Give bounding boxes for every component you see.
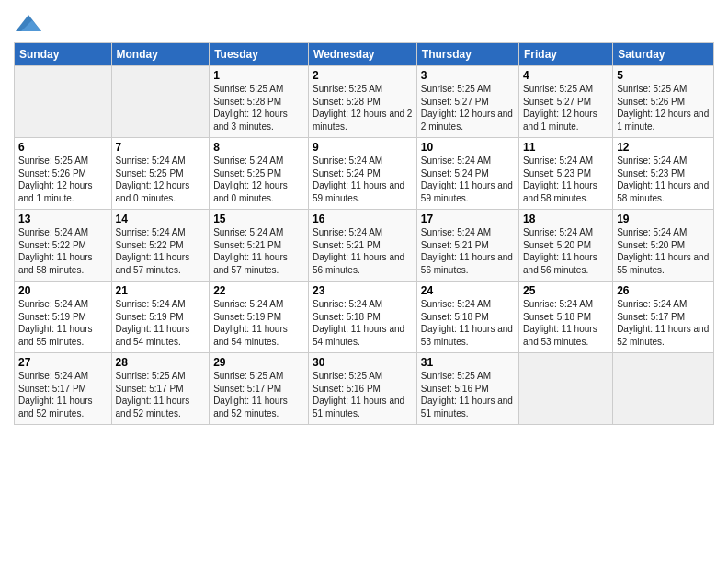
day-number: 2 [313, 69, 413, 82]
day-number: 27 [18, 356, 108, 369]
day-info: Sunrise: 5:24 AM Sunset: 5:18 PM Dayligh… [421, 298, 515, 348]
day-info: Sunrise: 5:24 AM Sunset: 5:22 PM Dayligh… [18, 226, 108, 276]
day-number: 9 [313, 141, 413, 154]
day-info: Sunrise: 5:24 AM Sunset: 5:24 PM Dayligh… [421, 155, 515, 204]
day-info: Sunrise: 5:25 AM Sunset: 5:16 PM Dayligh… [313, 370, 413, 419]
calendar-week-row: 13Sunrise: 5:24 AM Sunset: 5:22 PM Dayli… [15, 210, 714, 282]
calendar-cell: 31Sunrise: 5:25 AM Sunset: 5:16 PM Dayli… [416, 353, 518, 425]
day-info: Sunrise: 5:24 AM Sunset: 5:20 PM Dayligh… [523, 226, 609, 276]
day-info: Sunrise: 5:24 AM Sunset: 5:24 PM Dayligh… [313, 155, 413, 204]
calendar-cell: 28Sunrise: 5:25 AM Sunset: 5:17 PM Dayli… [111, 353, 210, 425]
calendar-cell: 30Sunrise: 5:25 AM Sunset: 5:16 PM Dayli… [309, 353, 417, 425]
calendar-cell: 25Sunrise: 5:24 AM Sunset: 5:18 PM Dayli… [519, 282, 613, 353]
calendar-cell: 18Sunrise: 5:24 AM Sunset: 5:20 PM Dayli… [519, 210, 613, 282]
day-number: 30 [313, 356, 413, 369]
calendar-cell: 5Sunrise: 5:25 AM Sunset: 5:26 PM Daylig… [613, 66, 714, 138]
calendar-cell: 4Sunrise: 5:25 AM Sunset: 5:27 PM Daylig… [519, 66, 613, 138]
day-number: 4 [523, 69, 609, 82]
day-number: 15 [213, 213, 304, 225]
day-info: Sunrise: 5:24 AM Sunset: 5:17 PM Dayligh… [617, 298, 710, 348]
col-header-tuesday: Tuesday [210, 43, 309, 66]
calendar-cell: 24Sunrise: 5:24 AM Sunset: 5:18 PM Dayli… [416, 282, 518, 353]
calendar-cell: 8Sunrise: 5:24 AM Sunset: 5:25 PM Daylig… [210, 138, 309, 210]
day-info: Sunrise: 5:24 AM Sunset: 5:17 PM Dayligh… [18, 370, 108, 419]
day-number: 23 [313, 284, 413, 297]
day-info: Sunrise: 5:24 AM Sunset: 5:22 PM Dayligh… [116, 226, 206, 276]
day-number: 13 [18, 213, 108, 225]
day-number: 17 [421, 213, 515, 225]
day-number: 28 [116, 356, 206, 369]
day-number: 20 [18, 284, 108, 297]
day-info: Sunrise: 5:24 AM Sunset: 5:18 PM Dayligh… [313, 298, 413, 348]
calendar-cell: 2Sunrise: 5:25 AM Sunset: 5:28 PM Daylig… [309, 66, 417, 138]
calendar-week-row: 27Sunrise: 5:24 AM Sunset: 5:17 PM Dayli… [15, 353, 714, 425]
day-info: Sunrise: 5:24 AM Sunset: 5:23 PM Dayligh… [523, 155, 609, 204]
day-info: Sunrise: 5:25 AM Sunset: 5:26 PM Dayligh… [617, 83, 710, 132]
day-number: 1 [213, 69, 304, 82]
calendar-cell: 17Sunrise: 5:24 AM Sunset: 5:21 PM Dayli… [416, 210, 518, 282]
page-container: SundayMondayTuesdayWednesdayThursdayFrid… [0, 0, 728, 434]
calendar-cell: 10Sunrise: 5:24 AM Sunset: 5:24 PM Dayli… [416, 138, 518, 210]
day-number: 3 [421, 69, 515, 82]
calendar-cell [111, 66, 210, 138]
header [14, 9, 714, 35]
day-number: 11 [523, 141, 609, 154]
calendar-cell: 23Sunrise: 5:24 AM Sunset: 5:18 PM Dayli… [309, 282, 417, 353]
calendar-cell: 16Sunrise: 5:24 AM Sunset: 5:21 PM Dayli… [309, 210, 417, 282]
day-info: Sunrise: 5:25 AM Sunset: 5:27 PM Dayligh… [421, 83, 515, 132]
calendar-cell: 21Sunrise: 5:24 AM Sunset: 5:19 PM Dayli… [111, 282, 210, 353]
calendar-cell: 9Sunrise: 5:24 AM Sunset: 5:24 PM Daylig… [309, 138, 417, 210]
col-header-sunday: Sunday [15, 43, 112, 66]
calendar-table: SundayMondayTuesdayWednesdayThursdayFrid… [14, 42, 714, 425]
col-header-friday: Friday [519, 43, 613, 66]
day-info: Sunrise: 5:25 AM Sunset: 5:26 PM Dayligh… [18, 155, 108, 204]
day-number: 10 [421, 141, 515, 154]
day-info: Sunrise: 5:24 AM Sunset: 5:21 PM Dayligh… [213, 226, 304, 276]
calendar-header-row: SundayMondayTuesdayWednesdayThursdayFrid… [15, 43, 714, 66]
day-number: 29 [213, 356, 304, 369]
day-info: Sunrise: 5:25 AM Sunset: 5:16 PM Dayligh… [421, 370, 515, 419]
col-header-saturday: Saturday [613, 43, 714, 66]
day-number: 22 [213, 284, 304, 297]
logo [14, 13, 41, 35]
calendar-cell: 13Sunrise: 5:24 AM Sunset: 5:22 PM Dayli… [15, 210, 112, 282]
calendar-cell [613, 353, 714, 425]
calendar-cell: 26Sunrise: 5:24 AM Sunset: 5:17 PM Dayli… [613, 282, 714, 353]
day-number: 12 [617, 141, 710, 154]
calendar-cell: 15Sunrise: 5:24 AM Sunset: 5:21 PM Dayli… [210, 210, 309, 282]
day-info: Sunrise: 5:25 AM Sunset: 5:27 PM Dayligh… [523, 83, 609, 132]
calendar-cell [519, 353, 613, 425]
calendar-week-row: 1Sunrise: 5:25 AM Sunset: 5:28 PM Daylig… [15, 66, 714, 138]
calendar-cell: 29Sunrise: 5:25 AM Sunset: 5:17 PM Dayli… [210, 353, 309, 425]
calendar-cell: 1Sunrise: 5:25 AM Sunset: 5:28 PM Daylig… [210, 66, 309, 138]
day-number: 16 [313, 213, 413, 225]
day-info: Sunrise: 5:24 AM Sunset: 5:19 PM Dayligh… [116, 298, 206, 348]
calendar-cell [15, 66, 112, 138]
calendar-cell: 19Sunrise: 5:24 AM Sunset: 5:20 PM Dayli… [613, 210, 714, 282]
day-number: 21 [116, 284, 206, 297]
day-info: Sunrise: 5:24 AM Sunset: 5:25 PM Dayligh… [116, 155, 206, 204]
calendar-cell: 6Sunrise: 5:25 AM Sunset: 5:26 PM Daylig… [15, 138, 112, 210]
calendar-cell: 22Sunrise: 5:24 AM Sunset: 5:19 PM Dayli… [210, 282, 309, 353]
calendar-cell: 27Sunrise: 5:24 AM Sunset: 5:17 PM Dayli… [15, 353, 112, 425]
calendar-week-row: 6Sunrise: 5:25 AM Sunset: 5:26 PM Daylig… [15, 138, 714, 210]
day-number: 14 [116, 213, 206, 225]
day-number: 24 [421, 284, 515, 297]
logo-icon [16, 13, 41, 35]
day-info: Sunrise: 5:25 AM Sunset: 5:28 PM Dayligh… [313, 83, 413, 132]
day-info: Sunrise: 5:24 AM Sunset: 5:18 PM Dayligh… [523, 298, 609, 348]
day-number: 6 [18, 141, 108, 154]
day-number: 19 [617, 213, 710, 225]
day-number: 31 [421, 356, 515, 369]
day-info: Sunrise: 5:24 AM Sunset: 5:23 PM Dayligh… [617, 155, 710, 204]
calendar-cell: 12Sunrise: 5:24 AM Sunset: 5:23 PM Dayli… [613, 138, 714, 210]
day-number: 25 [523, 284, 609, 297]
day-info: Sunrise: 5:25 AM Sunset: 5:17 PM Dayligh… [116, 370, 206, 419]
day-info: Sunrise: 5:25 AM Sunset: 5:17 PM Dayligh… [213, 370, 304, 419]
day-info: Sunrise: 5:24 AM Sunset: 5:20 PM Dayligh… [617, 226, 710, 276]
calendar-week-row: 20Sunrise: 5:24 AM Sunset: 5:19 PM Dayli… [15, 282, 714, 353]
day-number: 8 [213, 141, 304, 154]
day-info: Sunrise: 5:24 AM Sunset: 5:21 PM Dayligh… [313, 226, 413, 276]
day-info: Sunrise: 5:24 AM Sunset: 5:19 PM Dayligh… [213, 298, 304, 348]
day-info: Sunrise: 5:24 AM Sunset: 5:21 PM Dayligh… [421, 226, 515, 276]
